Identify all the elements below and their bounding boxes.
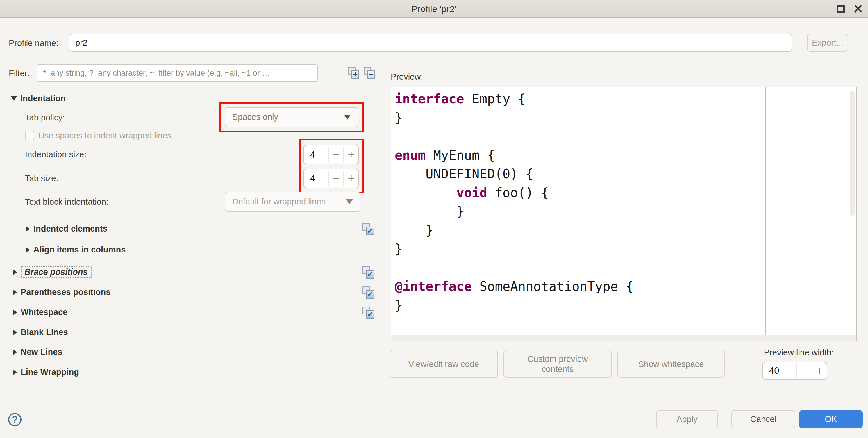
tree-item-brace-positions[interactable]: Brace positions: [13, 266, 92, 278]
modified-check-icon: ✓: [362, 223, 374, 235]
preview-line-width-value: 40: [763, 362, 797, 379]
indentation-size-label: Indentation size:: [25, 150, 86, 159]
preview-line-width-spinner[interactable]: 40 − +: [762, 362, 827, 380]
filter-input[interactable]: [37, 64, 318, 82]
collapse-all-button[interactable]: −: [364, 67, 375, 79]
preview-label: Preview:: [391, 72, 423, 82]
expand-all-button[interactable]: +: [348, 67, 359, 79]
print-margin-line: [765, 87, 766, 341]
use-spaces-label: Use spaces to indent wrapped lines: [38, 131, 172, 141]
close-icon: ✕: [853, 3, 863, 15]
expander-right-icon[interactable]: [13, 289, 17, 295]
horizontal-scrollbar[interactable]: [391, 335, 856, 341]
tree-item-label: Align items in columns: [33, 245, 126, 255]
increment-button[interactable]: +: [812, 362, 827, 379]
expander-right-icon[interactable]: [13, 349, 17, 355]
expander-right-icon[interactable]: [13, 329, 17, 335]
expander-right-icon[interactable]: [26, 247, 30, 253]
expander-right-icon[interactable]: [13, 269, 17, 275]
tree-item-line-wrapping[interactable]: Line Wrapping: [13, 367, 79, 377]
profile-name-input[interactable]: [69, 34, 792, 52]
preview-code: interface Empty {} enum MyEnum { UNDEFIN…: [395, 90, 703, 342]
window-close-button[interactable]: ✕: [849, 0, 867, 18]
tree-item-label: Whitespace: [21, 308, 67, 317]
tree-item-align-items-in-columns[interactable]: Align items in columns: [26, 245, 126, 255]
text-block-indentation-select[interactable]: Default for wrapped lines: [225, 192, 361, 212]
expander-down-icon[interactable]: [11, 96, 17, 100]
tree-item-new-lines[interactable]: New Lines: [13, 347, 62, 357]
window-maximize-button[interactable]: [832, 0, 849, 18]
expander-right-icon[interactable]: [13, 310, 17, 315]
custom-preview-contents-button[interactable]: Custom preview contents: [503, 351, 612, 378]
help-button[interactable]: ?: [8, 413, 22, 426]
vertical-scrollbar[interactable]: [850, 91, 855, 216]
tree-item-blank-lines[interactable]: Blank Lines: [13, 327, 68, 337]
tab-policy-label: Tab policy:: [25, 113, 65, 122]
tree-item-label: Line Wrapping: [21, 367, 79, 377]
modified-check-icon: ✓: [362, 306, 374, 319]
use-spaces-checkbox[interactable]: [25, 131, 34, 140]
tree-item-indented-elements[interactable]: Indented elements: [26, 224, 107, 234]
preview-code-area[interactable]: interface Empty {} enum MyEnum { UNDEFIN…: [391, 87, 857, 342]
tree-item-label: Indented elements: [33, 224, 107, 234]
expand-all-icon: +: [351, 70, 359, 79]
show-whitespace-button[interactable]: Show whitespace: [617, 351, 725, 378]
filter-label: Filter:: [9, 69, 30, 78]
tree-item-parentheses-positions[interactable]: Parentheses positions: [13, 287, 111, 297]
tree-item-label: Parentheses positions: [21, 287, 111, 297]
tree-item-label: New Lines: [21, 347, 62, 357]
text-block-indentation-label: Text block indentation:: [25, 197, 108, 207]
tree-item-label: Brace positions: [21, 266, 92, 278]
modified-check-icon: ✓: [362, 266, 374, 279]
collapse-all-icon: −: [367, 70, 375, 79]
text-block-indentation-value: Default for wrapped lines: [232, 197, 346, 206]
cancel-button[interactable]: Cancel: [732, 410, 795, 428]
modified-check-icon: ✓: [362, 287, 374, 299]
annotation-rect-tab-policy: [219, 102, 364, 132]
view-edit-raw-code-button[interactable]: View/edit raw code: [390, 351, 498, 378]
window-title: Profile 'pr2': [0, 0, 868, 18]
decrement-button[interactable]: −: [797, 362, 812, 379]
export-button[interactable]: Export...: [807, 34, 848, 52]
tree-item-label: Indentation: [20, 94, 66, 103]
tree-item-whitespace[interactable]: Whitespace: [13, 308, 67, 317]
question-mark-icon: ?: [12, 414, 18, 425]
tab-size-label: Tab size:: [25, 174, 58, 183]
preview-line-width-label: Preview line width:: [754, 348, 834, 357]
maximize-icon: [837, 5, 845, 13]
apply-button[interactable]: Apply: [656, 410, 718, 428]
tree-item-indentation[interactable]: Indentation: [11, 94, 66, 103]
tree-item-label: Blank Lines: [21, 327, 68, 337]
ok-button[interactable]: OK: [799, 410, 863, 428]
title-bar: Profile 'pr2' ✕: [0, 0, 868, 18]
annotation-rect-sizes: [300, 139, 364, 194]
expander-right-icon[interactable]: [26, 226, 30, 232]
profile-name-label: Profile name:: [9, 38, 58, 48]
chevron-down-icon: [346, 199, 353, 204]
expander-right-icon[interactable]: [13, 369, 17, 375]
